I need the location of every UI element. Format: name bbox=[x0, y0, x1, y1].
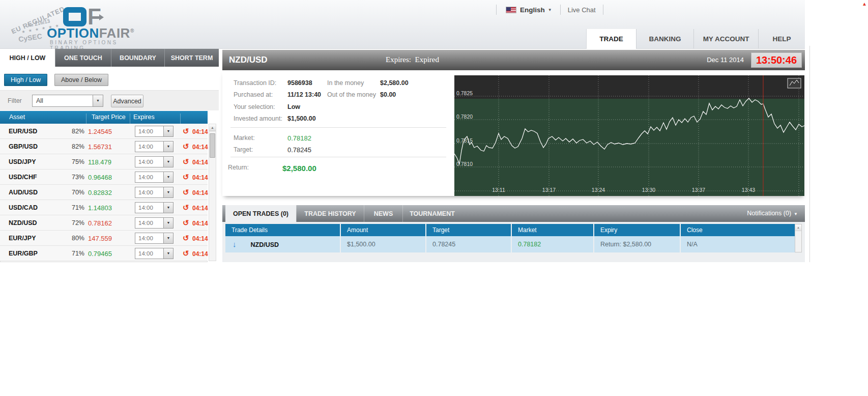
purchased-at-label: Purchased at: bbox=[234, 91, 273, 98]
asset-row-usd-cad[interactable]: USD/CAD71%1.1480314:00▼↻04:14 bbox=[0, 200, 208, 215]
dropdown-arrow-icon[interactable]: ▼ bbox=[163, 203, 173, 213]
nav-tab-trade[interactable]: TRADE bbox=[586, 29, 636, 49]
asset-row-nzd-usd[interactable]: NZD/USD72%0.7816214:00▼↻04:14 bbox=[0, 215, 208, 231]
option-type-tab-one-touch[interactable]: ONE TOUCH bbox=[55, 49, 111, 67]
asset-row-aud-usd[interactable]: AUD/USD70%0.8283214:00▼↻04:14 bbox=[0, 185, 208, 200]
bottom-tab-trade-history[interactable]: TRADE HISTORY bbox=[296, 205, 364, 222]
market-label: Market: bbox=[234, 134, 255, 142]
dropdown-arrow-icon[interactable]: ▼ bbox=[163, 187, 173, 197]
page-scrollbar-up-arrow[interactable]: ▲ bbox=[862, 1, 867, 7]
asset-name: AUD/USD bbox=[9, 189, 38, 196]
dropdown-arrow-icon[interactable]: ▼ bbox=[163, 172, 173, 182]
asset-row-eur-gbp[interactable]: EUR/GBP71%0.7946514:00▼↻04:14 bbox=[0, 246, 208, 261]
column-header-trade-details: Trade Details bbox=[225, 224, 340, 236]
in-money-value: $2,580.00 bbox=[380, 79, 409, 87]
asset-target-price: 118.479 bbox=[88, 158, 111, 166]
expiry-select[interactable]: 14:00▼ bbox=[135, 141, 173, 152]
countdown-timer: 04:14 bbox=[192, 205, 208, 212]
expiry-select[interactable]: 14:00▼ bbox=[135, 248, 173, 259]
divider bbox=[180, 114, 181, 124]
column-header-expires: Expires bbox=[133, 114, 155, 121]
expiry-value: 14:00 bbox=[138, 174, 153, 180]
nav-tab-banking[interactable]: BANKING bbox=[636, 29, 693, 49]
arrow-down-icon: ↓ bbox=[233, 240, 237, 248]
trade-row-nzdusd[interactable]: ↓NZD/USD $1,500.00 0.78245 0.78182 Retur… bbox=[225, 236, 795, 252]
asset-target-price: 1.14803 bbox=[88, 204, 112, 212]
asset-payout: 82% bbox=[54, 143, 84, 150]
asset-target-price: 0.96468 bbox=[88, 174, 112, 181]
detail-row: Your selection: Low bbox=[222, 103, 451, 111]
expiry-select[interactable]: 14:00▼ bbox=[135, 233, 173, 244]
asset-row-eur-usd[interactable]: EUR/USD82%1.2454514:00▼↻04:14 bbox=[0, 124, 208, 139]
dropdown-arrow-icon[interactable]: ▼ bbox=[163, 248, 173, 259]
live-chat-link[interactable]: Live Chat bbox=[568, 6, 596, 14]
asset-table-scrollbar[interactable]: ▲ bbox=[209, 124, 216, 261]
scrollbar-thumb[interactable] bbox=[210, 133, 215, 158]
advanced-button[interactable]: Advanced bbox=[111, 95, 143, 107]
expiry-select[interactable]: 14:00▼ bbox=[135, 126, 173, 137]
dropdown-arrow-icon[interactable]: ▼ bbox=[163, 233, 173, 243]
option-type-tab-high-low[interactable]: HIGH / LOW bbox=[0, 49, 55, 67]
caret-down-icon[interactable]: ▼ bbox=[548, 8, 552, 12]
nav-tab-my-account[interactable]: MY ACCOUNT bbox=[693, 29, 758, 49]
expiry-select[interactable]: 14:00▼ bbox=[135, 172, 173, 183]
asset-payout: 80% bbox=[54, 235, 84, 242]
filter-select[interactable]: All ▼ bbox=[32, 95, 103, 107]
dropdown-arrow-icon[interactable]: ▼ bbox=[163, 157, 173, 167]
dropdown-arrow-icon[interactable]: ▼ bbox=[163, 142, 173, 152]
caret-down-icon: ▼ bbox=[794, 212, 798, 216]
bottom-tab-open-trades-0[interactable]: OPEN TRADES (0) bbox=[225, 205, 296, 222]
asset-row-usd-jpy[interactable]: USD/JPY75%118.47914:00▼↻04:14 bbox=[0, 154, 208, 169]
scroll-up-arrow-icon[interactable]: ▲ bbox=[795, 224, 801, 231]
mode-above-below-button[interactable]: Above / Below bbox=[54, 74, 108, 86]
x-axis-tick: 13:17 bbox=[542, 187, 556, 193]
expires-status: Expires: Expired bbox=[386, 55, 439, 64]
asset-table-header: Asset Target Price Expires bbox=[0, 111, 208, 124]
asset-payout: 72% bbox=[54, 219, 84, 227]
option-type-tab-boundary[interactable]: BOUNDARY bbox=[111, 49, 164, 67]
selection-label: Your selection: bbox=[234, 103, 275, 110]
detail-row: Market: 0.78182 bbox=[222, 134, 451, 143]
expiry-select[interactable]: 14:00▼ bbox=[135, 187, 173, 198]
asset-payout: 75% bbox=[54, 158, 84, 165]
bottom-panel: Notifications (0)▼ OPEN TRADES (0)TRADE … bbox=[222, 205, 805, 262]
asset-target-price: 147.559 bbox=[88, 235, 112, 242]
trades-table-scrollbar[interactable]: ▲ bbox=[795, 224, 802, 252]
utility-bar: English ▼ Live Chat bbox=[496, 3, 603, 16]
bottom-tab-news[interactable]: NEWS bbox=[364, 205, 402, 222]
asset-name: NZD/USD bbox=[9, 219, 37, 227]
countdown-clock-icon: ↻ bbox=[183, 188, 189, 197]
of-monogram-icon: F bbox=[63, 7, 104, 27]
monogram-o bbox=[63, 7, 86, 26]
asset-row-gbp-usd[interactable]: GBP/USD82%1.5673114:00▼↻04:14 bbox=[0, 139, 208, 154]
transaction-id-label: Transaction ID: bbox=[234, 79, 276, 87]
dropdown-arrow-icon[interactable]: ▼ bbox=[93, 95, 103, 106]
asset-row-eur-jpy[interactable]: EUR/JPY80%147.55914:00▼↻04:14 bbox=[0, 231, 208, 246]
mode-high-low-button[interactable]: High / Low bbox=[4, 74, 47, 86]
expiry-select[interactable]: 14:00▼ bbox=[135, 202, 173, 213]
countdown-timer: 04:14 bbox=[192, 250, 208, 258]
x-axis-tick: 13:30 bbox=[642, 187, 655, 193]
asset-payout: 73% bbox=[54, 174, 84, 181]
countdown-clock-icon: ↻ bbox=[183, 157, 189, 166]
expiry-select[interactable]: 14:00▼ bbox=[135, 217, 173, 229]
dropdown-arrow-icon[interactable]: ▼ bbox=[163, 218, 173, 228]
scroll-up-arrow-icon[interactable]: ▲ bbox=[209, 124, 216, 131]
nav-tab-help[interactable]: HELP bbox=[758, 29, 805, 49]
left-panel: HIGH / LOWONE TOUCHBOUNDARYSHORT TERM Hi… bbox=[0, 49, 219, 263]
expiry-select[interactable]: 14:00▼ bbox=[135, 156, 173, 167]
countdown-timer: 04:14 bbox=[192, 144, 208, 151]
trade-title-bar: NZD/USD Expires: Expired Dec 11 2014 13:… bbox=[222, 50, 805, 70]
clock-display: 13:50:46 bbox=[751, 52, 802, 68]
optionfair-logo[interactable]: EU REGULATED № 216/13 CySEC ★ ★ ★ ★ ★ ★ … bbox=[3, 1, 156, 48]
out-money-value: $0.00 bbox=[380, 91, 396, 98]
market-value: 0.78182 bbox=[287, 134, 311, 142]
asset-row-usd-chf[interactable]: USD/CHF73%0.9646814:00▼↻04:14 bbox=[0, 169, 208, 185]
content-right-divider bbox=[809, 46, 810, 262]
dropdown-arrow-icon[interactable]: ▼ bbox=[163, 126, 173, 136]
option-type-tab-short-term[interactable]: SHORT TERM bbox=[164, 49, 219, 67]
notifications-toggle[interactable]: Notifications (0)▼ bbox=[747, 210, 798, 217]
language-selector[interactable]: English bbox=[520, 6, 545, 14]
bottom-tab-tournament[interactable]: TOURNAMENT bbox=[402, 205, 461, 222]
asset-payout: 82% bbox=[54, 128, 84, 135]
